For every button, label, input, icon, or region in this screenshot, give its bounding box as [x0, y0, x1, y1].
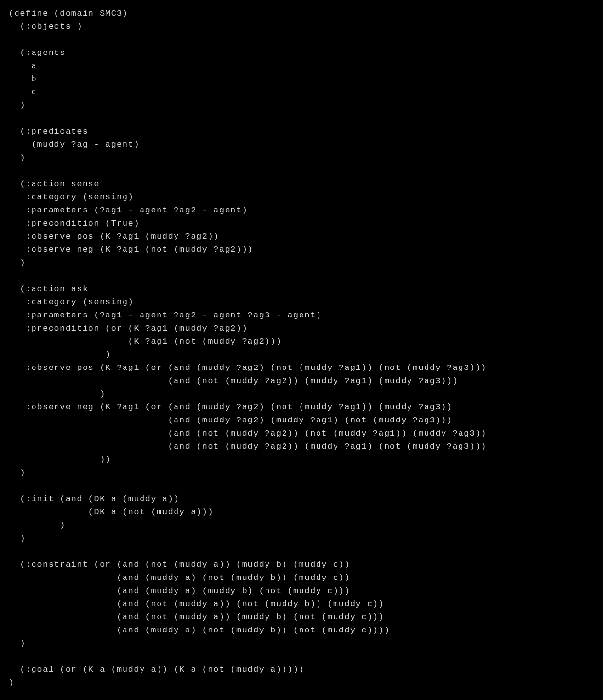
- pddl-code-block: (define (domain SMC3) (:objects ) (:agen…: [0, 0, 603, 696]
